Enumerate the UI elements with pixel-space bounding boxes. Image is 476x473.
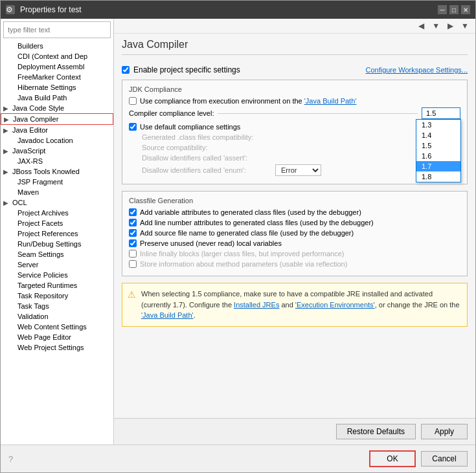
sidebar-item-freemarker[interactable]: FreeMarker Context [1, 72, 113, 82]
sidebar-item-targeted-runtimes[interactable]: Targeted Runtimes [1, 280, 113, 291]
main-title: Java Compiler [122, 39, 468, 55]
sidebar-item-java-build-path[interactable]: Java Build Path [1, 93, 113, 103]
filter-input[interactable] [3, 21, 111, 38]
sidebar-item-project-archives[interactable]: Project Archives [1, 208, 113, 218]
add-line-number-label: Add line number attributes to generated … [140, 219, 374, 226]
use-compliance-checkbox[interactable] [129, 97, 137, 105]
sidebar-item-hibernate[interactable]: Hibernate Settings [1, 82, 113, 93]
help-icon[interactable]: ? [8, 454, 13, 464]
option-1-7[interactable]: 1.7 [416, 161, 460, 171]
use-default-checkbox[interactable] [129, 123, 137, 131]
window-controls: ─ □ ✕ [438, 5, 470, 14]
sidebar-item-server[interactable]: Server [1, 259, 113, 270]
main-panel: ◀ ▼ ▶ ▼ Java Compiler Enable project spe… [114, 19, 475, 445]
compliance-dropdown-container: 1.3 1.4 1.5 1.6 1.7 1.8 1.3 1.4 [422, 107, 460, 119]
close-button[interactable]: ✕ [461, 5, 470, 14]
add-source-file-checkbox[interactable] [129, 229, 137, 237]
disallow-enum-select[interactable]: Error Warning Ignore [275, 164, 321, 176]
sidebar-item-jsp[interactable]: JSP Fragment [1, 177, 113, 187]
java-build-path-link2[interactable]: 'Java Build Path' [141, 311, 194, 319]
option-1-8[interactable]: 1.8 [416, 171, 460, 182]
sidebar-item-project-references[interactable]: Project References [1, 228, 113, 239]
dialog-footer: ? OK Cancel [1, 445, 475, 472]
nav-dropdown-button[interactable]: ▼ [429, 20, 442, 32]
store-method-label: Store information about method parameter… [140, 260, 347, 268]
option-1-5[interactable]: 1.5 [416, 140, 460, 151]
sidebar-item-cdi[interactable]: CDI (Context and Dep [1, 51, 113, 61]
sidebar: Builders CDI (Context and Dep Deployment… [1, 19, 114, 445]
preserve-unused-checkbox[interactable] [129, 239, 137, 247]
enable-label: Enable project specific settings [133, 65, 240, 74]
sidebar-item-deployment[interactable]: Deployment Assembl [1, 61, 113, 72]
generated-class-label: Generated .class files compatibility: [142, 133, 271, 141]
generated-class-row: Generated .class files compatibility: [129, 133, 460, 141]
bottom-bar: Restore Defaults Apply [114, 418, 475, 445]
sidebar-item-java-editor[interactable]: ▶Java Editor [1, 125, 113, 135]
java-build-path-link[interactable]: 'Java Build Path' [304, 97, 357, 105]
nav-forward-button[interactable]: ▶ [445, 20, 456, 32]
sidebar-item-web-page-editor[interactable]: Web Page Editor [1, 332, 113, 342]
source-compat-label: Source compatibility: [142, 144, 271, 151]
title-icon: ⚙ [6, 5, 15, 14]
disallow-assert-row: Disallow identifiers called 'assert': [129, 154, 460, 162]
sidebar-item-web-content[interactable]: Web Content Settings [1, 322, 113, 332]
warning-text: When selecting 1.5 compliance, make sure… [141, 289, 462, 321]
configure-workspace-link[interactable]: Configure Workspace Settings... [365, 66, 468, 74]
nav-forward-dropdown-button[interactable]: ▼ [459, 20, 471, 32]
nav-bar: ◀ ▼ ▶ ▼ [114, 19, 475, 34]
sidebar-item-java-compiler[interactable]: ▶Java Compiler [1, 113, 113, 125]
enable-checkbox[interactable] [122, 66, 130, 74]
compliance-line [218, 113, 418, 114]
apply-button[interactable]: Apply [421, 424, 468, 439]
sidebar-item-web-project[interactable]: Web Project Settings [1, 342, 113, 353]
sidebar-item-task-tags[interactable]: Task Tags [1, 301, 113, 311]
sidebar-item-maven[interactable]: Maven [1, 187, 113, 197]
dropdown-list: 1.3 1.4 1.5 1.6 1.7 1.8 [416, 119, 461, 182]
use-compliance-row: Use compliance from execution environmen… [129, 97, 460, 105]
sidebar-item-task-repository[interactable]: Task Repository [1, 291, 113, 301]
sidebar-item-jboss[interactable]: ▶JBoss Tools Knowled [1, 166, 113, 177]
check-add-line-number: Add line number attributes to generated … [129, 219, 460, 226]
inline-finally-checkbox[interactable] [129, 250, 137, 258]
minimize-button[interactable]: ─ [438, 5, 447, 14]
check-inline-finally: Inline finally blocks (larger class file… [129, 250, 460, 258]
sidebar-item-project-facets[interactable]: Project Facets [1, 218, 113, 228]
sidebar-item-jax-rs[interactable]: JAX-RS [1, 156, 113, 166]
nav-back-button[interactable]: ◀ [416, 20, 427, 32]
check-store-method: Store information about method parameter… [129, 260, 460, 268]
add-line-number-checkbox[interactable] [129, 219, 137, 226]
sidebar-item-service-policies[interactable]: Service Policies [1, 270, 113, 280]
restore-defaults-button[interactable]: Restore Defaults [336, 424, 416, 439]
disallow-assert-label: Disallow identifiers called 'assert': [142, 154, 271, 162]
use-default-label: Use default compliance settings [140, 123, 240, 131]
sidebar-item-javadoc[interactable]: Javadoc Location [1, 135, 113, 146]
sidebar-item-java-code-style[interactable]: ▶Java Code Style [1, 103, 113, 113]
installed-jres-link[interactable]: Installed JREs [234, 301, 279, 309]
sidebar-item-ocl[interactable]: ▶OCL [1, 197, 113, 208]
main-header: Java Compiler [114, 34, 475, 61]
sidebar-item-seam[interactable]: Seam Settings [1, 249, 113, 259]
execution-env-link[interactable]: 'Execution Environments' [295, 301, 375, 309]
cancel-button[interactable]: Cancel [421, 451, 468, 467]
add-variable-checkbox[interactable] [129, 208, 137, 216]
enable-row: Enable project specific settings Configu… [122, 65, 468, 74]
option-1-3[interactable]: 1.3 [416, 120, 460, 130]
content-area: Builders CDI (Context and Dep Deployment… [1, 19, 475, 445]
check-add-variable: Add variable attributes to generated cla… [129, 208, 460, 216]
title-bar: ⚙ Properties for test ─ □ ✕ [1, 1, 475, 19]
sidebar-item-javascript[interactable]: ▶JavaScript [1, 146, 113, 156]
ok-button[interactable]: OK [369, 450, 416, 467]
add-variable-label: Add variable attributes to generated cla… [140, 208, 361, 216]
compliance-dropdown[interactable]: 1.3 1.4 1.5 1.6 1.7 1.8 [422, 107, 460, 119]
classfile-section: Classfile Generation Add variable attrib… [122, 191, 468, 276]
use-compliance-label: Use compliance from execution environmen… [140, 97, 356, 105]
sidebar-item-validation[interactable]: Validation [1, 311, 113, 322]
sidebar-item-builders[interactable]: Builders [1, 41, 113, 51]
window-title: Properties for test [20, 5, 433, 14]
compliance-level-row: Compiler compliance level: 1.3 1.4 1.5 1… [129, 107, 460, 119]
option-1-6[interactable]: 1.6 [416, 151, 460, 161]
sidebar-item-run-debug[interactable]: Run/Debug Settings [1, 239, 113, 249]
option-1-4[interactable]: 1.4 [416, 130, 460, 140]
maximize-button[interactable]: □ [449, 5, 459, 14]
store-method-checkbox[interactable] [129, 260, 137, 268]
